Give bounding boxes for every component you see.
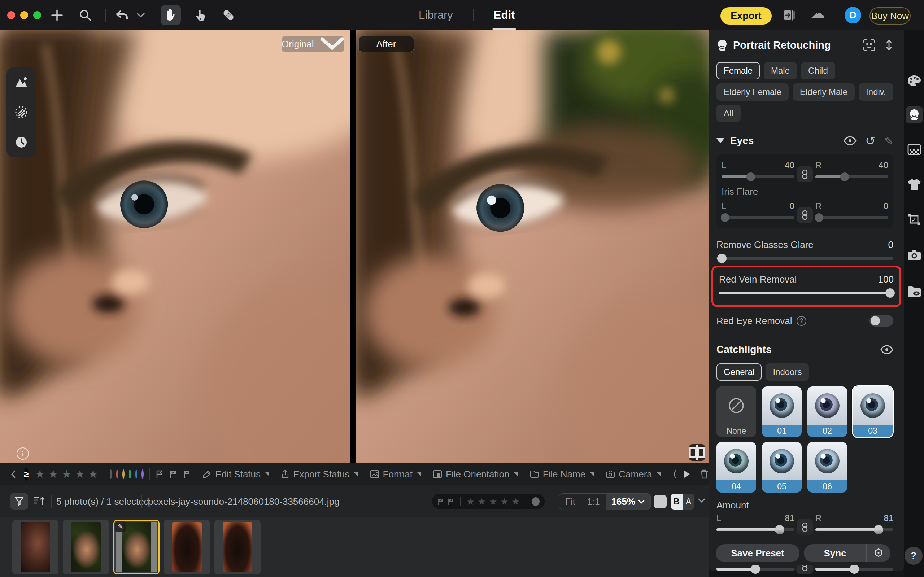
texture-overlay-icon[interactable] (906, 141, 923, 158)
camera-icon[interactable] (906, 247, 923, 264)
info-icon[interactable]: i (17, 448, 29, 460)
edit-status-menu[interactable]: Edit Status (203, 469, 269, 480)
thumbnail-5[interactable] (214, 520, 261, 574)
edit-mask-icon[interactable]: ✎ (884, 135, 893, 147)
color-label-gray[interactable] (110, 469, 112, 479)
more-partial-icon[interactable] (672, 469, 677, 479)
cloud-sync-icon[interactable]: ☁ (810, 4, 825, 22)
crop-icon[interactable] (906, 211, 923, 228)
remove-glasses-glare-slider[interactable] (716, 257, 893, 260)
one-to-one-button[interactable]: 1:1 (582, 493, 606, 510)
flag-picked-icon[interactable] (169, 469, 177, 479)
flag-icon[interactable] (155, 469, 164, 479)
catchlights-tab-indoors[interactable]: Indoors (766, 363, 809, 381)
slider-knob[interactable] (814, 213, 823, 222)
link-amount-button[interactable] (797, 519, 813, 535)
catchlight-option-03-selected[interactable]: 03 (853, 387, 893, 437)
help-button[interactable]: ? (905, 547, 922, 565)
sort-icon[interactable] (33, 495, 45, 506)
color-label-yellow[interactable] (123, 469, 124, 479)
red-vein-removal-slider[interactable] (719, 292, 894, 295)
thumbnail-3-selected[interactable]: ✎ (113, 520, 160, 574)
fit-button[interactable]: Fit (560, 493, 581, 510)
export-panel-icon[interactable] (779, 5, 799, 25)
search-button[interactable] (75, 5, 95, 25)
before-image[interactable]: Original i (0, 30, 350, 463)
export-status-menu[interactable]: Export Status (281, 469, 358, 480)
healing-tool-button[interactable] (218, 5, 239, 25)
color-label-dot[interactable] (532, 497, 540, 506)
iris-flare-right-slider[interactable] (815, 216, 888, 219)
catchlight-option-none[interactable]: None (716, 387, 756, 437)
collapse-filmstrip-chevron[interactable] (11, 470, 16, 478)
hand-tool-button[interactable] (161, 5, 181, 25)
file-orientation-menu[interactable]: File Orientation (433, 469, 518, 480)
slider-knob[interactable] (775, 525, 784, 534)
link-eyes-sliders-button[interactable] (797, 166, 813, 182)
after-image[interactable]: After (356, 30, 708, 463)
slider-knob[interactable] (874, 525, 883, 534)
catchlight-option-05[interactable]: 05 (762, 442, 801, 493)
portrait-tools-icon[interactable] (906, 106, 923, 123)
thumbnail-2[interactable] (63, 520, 109, 574)
color-label-green[interactable] (129, 469, 131, 479)
play-icon[interactable] (683, 470, 690, 479)
collapse-eyes-icon[interactable] (716, 138, 724, 143)
after-view-label[interactable]: After (358, 36, 414, 52)
folder-preview-icon[interactable] (906, 282, 923, 300)
before-after-chevron[interactable] (698, 498, 705, 503)
flag-rejected-icon[interactable] (183, 469, 191, 479)
color-label-purple[interactable] (142, 469, 144, 479)
amount-left-slider[interactable] (716, 528, 794, 531)
link-iris-flare-button[interactable] (797, 207, 813, 223)
slider-knob[interactable] (751, 564, 760, 574)
original-view-dropdown[interactable]: Original (282, 36, 344, 52)
catchlight-option-04[interactable]: 04 (716, 442, 756, 493)
select-tool-button[interactable] (190, 5, 210, 25)
horizontal-left-slider[interactable] (716, 567, 794, 571)
undo-button[interactable] (112, 5, 132, 25)
sync-button[interactable]: Sync (804, 544, 890, 562)
color-label-red[interactable] (116, 469, 118, 479)
rating-ge-badge[interactable]: ≥ (24, 467, 29, 481)
mask-tool-icon[interactable] (12, 103, 31, 122)
catchlight-option-01[interactable]: 01 (762, 387, 801, 437)
panel-reorder-icon[interactable] (885, 39, 893, 51)
slider-knob[interactable] (885, 288, 895, 298)
catchlight-option-02[interactable]: 02 (808, 387, 847, 437)
add-photos-button[interactable] (47, 5, 67, 25)
rate-star[interactable]: ★ (500, 497, 508, 506)
minimize-window-button[interactable] (20, 11, 28, 19)
before-after-button[interactable]: B A (671, 494, 695, 509)
file-name-menu[interactable]: File Name (530, 469, 594, 480)
slider-knob[interactable] (747, 172, 755, 181)
red-eye-removal-toggle[interactable] (869, 315, 893, 327)
chip-female[interactable]: Female (716, 62, 760, 79)
slider-knob[interactable] (840, 172, 849, 181)
tab-library[interactable]: Library (419, 0, 453, 30)
flag-rejected-small-icon[interactable] (447, 498, 455, 506)
horizontal-right-slider[interactable] (815, 567, 893, 571)
rate-star[interactable]: ★ (477, 497, 486, 506)
eye-whiten-left-slider[interactable] (721, 176, 794, 178)
zoom-level-dropdown[interactable]: 165% (606, 493, 651, 510)
reset-eyes-icon[interactable]: ↺ (865, 134, 876, 148)
flag-picked-small-icon[interactable] (437, 498, 444, 506)
format-menu[interactable]: Format (370, 469, 421, 480)
help-icon[interactable]: ? (797, 316, 806, 326)
chip-indiv[interactable]: Indiv. (859, 83, 893, 101)
catchlight-option-06[interactable]: 06 (808, 442, 847, 493)
chip-child[interactable]: Child (801, 62, 835, 79)
zoom-window-button[interactable] (33, 11, 41, 19)
iris-flare-left-slider[interactable] (721, 216, 794, 219)
save-preset-button[interactable]: Save Preset (716, 544, 800, 562)
eye-whiten-right-slider[interactable] (815, 176, 888, 178)
sync-settings-icon[interactable] (867, 548, 890, 558)
tab-edit[interactable]: Edit (494, 0, 515, 30)
slider-knob[interactable] (717, 254, 727, 263)
chip-elderly-female[interactable]: Elderly Female (716, 83, 789, 101)
filter-button[interactable] (10, 493, 28, 509)
chip-male[interactable]: Male (764, 62, 797, 79)
slider-knob[interactable] (721, 213, 729, 222)
export-button[interactable]: Export (721, 7, 772, 24)
